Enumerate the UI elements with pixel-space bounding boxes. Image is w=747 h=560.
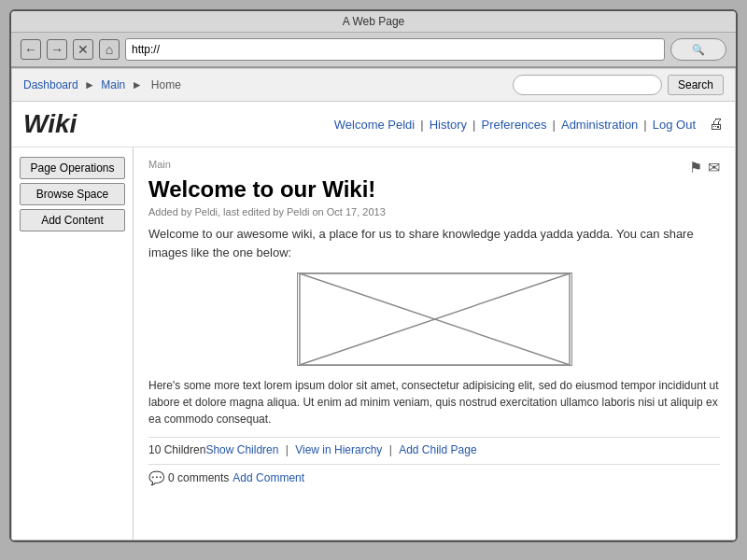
mail-icon[interactable]: ✉: [708, 159, 720, 176]
browser-chrome: ← → ✕ ⌂ 🔍: [11, 33, 736, 68]
page-area: Dashboard ► Main ► Home Search Wiki Welc…: [11, 68, 736, 540]
children-row: 10 ChildrenShow Children | View in Hiera…: [148, 437, 720, 456]
page-meta: Added by Peldi, last edited by Peldi on …: [148, 206, 720, 217]
page-operations-button[interactable]: Page Operations: [20, 157, 125, 179]
breadcrumb-home: Home: [151, 78, 181, 91]
sidebar: Page Operations Browse Space Add Content: [12, 147, 134, 539]
content-area: Main ⚑ ✉ Welcome to our Wiki! Added by P…: [134, 147, 735, 539]
title-bar: A Web Page: [11, 11, 736, 33]
nav-history[interactable]: History: [426, 118, 471, 132]
add-content-button[interactable]: Add Content: [20, 209, 125, 231]
print-icon[interactable]: 🖨: [709, 116, 724, 133]
content-icons: ⚑ ✉: [689, 159, 720, 176]
nav-welcome[interactable]: Welcome Peldi: [331, 118, 418, 132]
page-intro: Welcome to our awesome wiki, a place for…: [148, 225, 720, 261]
header-search-area: Search: [513, 75, 724, 95]
page-header: Dashboard ► Main ► Home Search: [12, 69, 735, 102]
comments-row: 💬 0 comments Add Comment: [148, 470, 720, 485]
flag-icon[interactable]: ⚑: [689, 159, 702, 176]
breadcrumb-main[interactable]: Main: [101, 78, 125, 91]
breadcrumb-dashboard[interactable]: Dashboard: [23, 78, 78, 91]
comments-count: 0 comments: [168, 471, 229, 484]
children-count: 10 Children: [148, 443, 205, 456]
add-child-page-link[interactable]: Add Child Page: [399, 443, 476, 456]
nav-administration[interactable]: Administration: [557, 118, 641, 132]
page-body: Here's some more text lorem ipsum dolor …: [148, 377, 720, 427]
wiki-nav: Welcome Peldi | History | Preferences | …: [331, 116, 724, 133]
home-button[interactable]: ⌂: [99, 39, 120, 60]
address-bar[interactable]: [125, 38, 665, 61]
page-title: Welcome to our Wiki!: [148, 176, 720, 203]
window-frame: A Web Page ← → ✕ ⌂ 🔍 Dashboard ► Main ► …: [9, 9, 738, 542]
placeholder-image: [297, 273, 572, 366]
show-children-link[interactable]: Show Children: [205, 443, 278, 456]
back-button[interactable]: ←: [21, 39, 41, 60]
browser-search-button[interactable]: 🔍: [670, 38, 726, 61]
divider: [148, 464, 720, 465]
view-hierarchy-link[interactable]: View in Hierarchy: [295, 443, 382, 456]
nav-logout[interactable]: Log Out: [649, 118, 699, 132]
forward-button[interactable]: →: [47, 39, 67, 60]
add-comment-link[interactable]: Add Comment: [233, 471, 304, 484]
main-content-area: Page Operations Browse Space Add Content…: [12, 147, 735, 539]
wiki-title: Wiki: [23, 109, 77, 139]
search-button[interactable]: Search: [668, 75, 724, 95]
window-title: A Web Page: [343, 15, 405, 28]
nav-preferences[interactable]: Preferences: [477, 118, 550, 132]
search-input[interactable]: [513, 75, 662, 95]
stop-button[interactable]: ✕: [73, 39, 93, 60]
wiki-header: Wiki Welcome Peldi | History | Preferenc…: [12, 102, 735, 147]
browse-space-button[interactable]: Browse Space: [20, 183, 125, 205]
breadcrumb: Dashboard ► Main ► Home: [23, 78, 184, 91]
section-label: Main: [148, 159, 171, 170]
comment-icon: 💬: [148, 470, 164, 485]
